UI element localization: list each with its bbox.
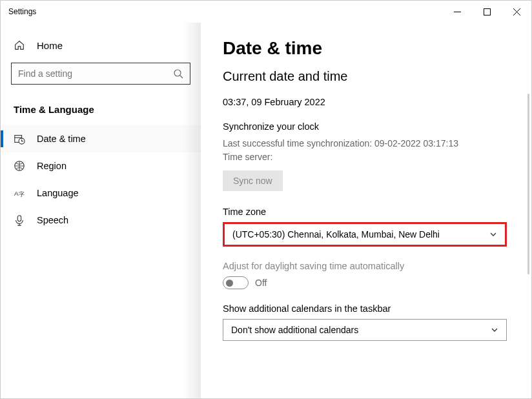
maximize-button[interactable]	[472, 1, 502, 23]
home-icon	[14, 39, 25, 51]
timezone-dropdown[interactable]: (UTC+05:30) Chennai, Kolkata, Mumbai, Ne…	[223, 222, 507, 247]
maximize-icon	[484, 8, 491, 15]
svg-rect-0	[484, 8, 490, 15]
last-sync-text: Last successful time synchronization: 09…	[223, 137, 512, 150]
search-input[interactable]	[11, 63, 190, 85]
home-nav[interactable]: Home	[1, 36, 201, 63]
sidebar-item-label: Language	[37, 188, 79, 198]
chevron-down-icon	[491, 326, 498, 334]
additional-calendars-dropdown[interactable]: Don't show additional calendars	[223, 319, 507, 341]
timezone-value: (UTC+05:30) Chennai, Kolkata, Mumbai, Ne…	[232, 229, 440, 240]
sync-now-button[interactable]: Sync now	[223, 170, 283, 191]
home-label: Home	[37, 40, 63, 51]
current-datetime-value: 03:37, 09 February 2022	[223, 97, 512, 107]
additional-calendars-label: Show additional calendars in the taskbar	[223, 303, 512, 314]
sidebar-item-label: Speech	[37, 215, 68, 225]
svg-text:字: 字	[19, 191, 25, 198]
svg-text:A: A	[14, 190, 19, 197]
sidebar-item-language[interactable]: A字 Language	[1, 179, 201, 207]
sidebar-item-date-time[interactable]: Date & time	[1, 125, 201, 152]
sidebar-item-label: Region	[37, 161, 66, 171]
search-field[interactable]	[18, 68, 173, 79]
sidebar-item-region[interactable]: Region	[1, 152, 201, 179]
dst-label: Adjust for daylight saving time automati…	[223, 261, 512, 271]
sidebar-item-speech[interactable]: Speech	[1, 207, 201, 234]
language-icon: A字	[14, 187, 25, 199]
close-icon	[513, 8, 520, 15]
calendar-clock-icon	[14, 133, 25, 145]
sidebar-item-label: Date & time	[37, 134, 86, 144]
additional-calendars-value: Don't show additional calendars	[231, 325, 358, 335]
chevron-down-icon	[489, 230, 497, 238]
dst-toggle-state: Off	[255, 278, 267, 288]
current-datetime-heading: Current date and time	[223, 69, 512, 84]
dst-toggle	[223, 276, 249, 289]
window-title: Settings	[8, 7, 36, 16]
svg-rect-7	[17, 216, 21, 221]
time-server-label: Time server:	[223, 150, 512, 164]
scrollbar[interactable]	[527, 94, 529, 274]
close-button[interactable]	[502, 1, 531, 23]
microphone-icon	[14, 214, 25, 226]
sync-heading: Synchronize your clock	[223, 121, 512, 132]
globe-icon	[14, 160, 25, 172]
sidebar-section-header: Time & Language	[1, 97, 201, 125]
minimize-icon	[454, 8, 461, 15]
main-content: Date & time Current date and time 03:37,…	[201, 23, 531, 398]
svg-point-1	[174, 70, 181, 76]
search-icon	[173, 68, 183, 79]
minimize-button[interactable]	[442, 1, 472, 23]
page-title: Date & time	[223, 38, 512, 59]
sidebar: Home Time & Language Date & time Region …	[1, 23, 201, 398]
timezone-label: Time zone	[223, 207, 512, 217]
